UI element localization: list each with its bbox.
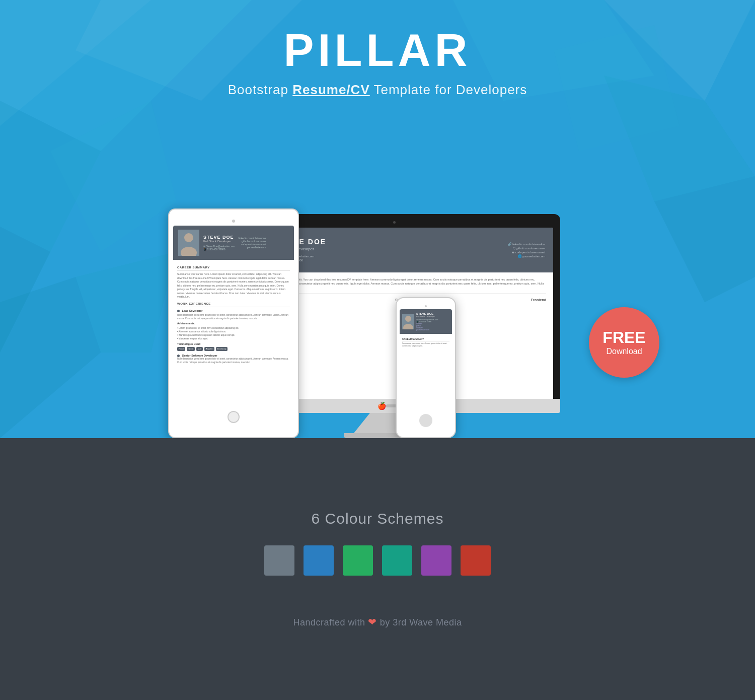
footer-by: by 3rd Wave Media — [380, 617, 462, 627]
svg-point-18 — [184, 233, 193, 242]
free-badge-download: Download — [606, 346, 642, 356]
free-badge-free: FREE — [602, 329, 645, 346]
phone-home-button — [419, 414, 432, 427]
phone-camera — [425, 305, 427, 307]
phone-career-summary: Summarise your career here. Lorem ipsum … — [402, 342, 449, 348]
tablet-cv-name: STEVE DOE — [203, 235, 235, 240]
swatch-purple[interactable] — [421, 545, 451, 576]
free-download-badge[interactable]: FREE Download — [589, 307, 659, 378]
tablet-job2: Senior Software Developer — [177, 354, 290, 358]
tablet-cv-info: STEVE DOE Full Stack Developer ✉ Steve.D… — [203, 235, 235, 251]
bottom-section: 6 Colour Schemes Handcrafted with ❤ by 3… — [0, 438, 755, 700]
phone-career-title: CAREER SUMMARY — [402, 338, 449, 341]
phone-device: STEVE DOE Full Stack Developer ✉ Steve.D… — [396, 297, 456, 438]
title-area: PILLAR Bootstrap Resume/CV Template for … — [228, 28, 527, 98]
tablet-career-title: CAREER SUMMARY — [177, 265, 290, 271]
tablet-camera — [232, 220, 235, 223]
monitor-cv-links: 🔗 linkedin.com/in/stevedoe ⬡ github.com/… — [508, 242, 545, 258]
camera-dot — [393, 221, 396, 224]
monitor-cv-phone: 📱 0123 456 78900 — [277, 258, 502, 262]
tablet-job1: Lead Developer — [177, 309, 290, 313]
colour-swatches — [264, 545, 491, 576]
top-section: PILLAR Bootstrap Resume/CV Template for … — [0, 0, 755, 438]
tablet-home-button — [228, 411, 240, 423]
colour-schemes-title: 6 Colour Schemes — [312, 510, 444, 527]
footer-text: Handcrafted with ❤ by 3rd Wave Media — [293, 616, 462, 628]
tablet-achievements: Achievements: — [177, 322, 290, 326]
tablet-job1-desc: Role description goes here ipsum dolor s… — [177, 314, 290, 321]
tablet-tech: Technologies used: — [177, 342, 290, 346]
phone-screen: STEVE DOE Full Stack Developer ✉ Steve.D… — [400, 309, 452, 410]
tablet-screen: STEVE DOE Full Stack Developer ✉ Steve.D… — [173, 226, 294, 407]
tablet-cv-header: STEVE DOE Full Stack Developer ✉ Steve.D… — [173, 226, 294, 260]
phone-cv-contact: ✉ Steve.Doe@website.com 📱 0123 456 78900… — [416, 319, 438, 331]
phone-cv-info: STEVE DOE Full Stack Developer ✉ Steve.D… — [416, 312, 438, 331]
tablet-job2-desc: Role description goes here ipsum dolor s… — [177, 358, 290, 365]
devices-area: STEVE DOE Full Stack Developer ✉ Steve.D… — [0, 98, 755, 438]
tablet-cv-role: Full Stack Developer — [203, 240, 235, 243]
footer-handcrafted: Handcrafted with — [293, 617, 365, 627]
phone-cv-role: Full Stack Developer — [416, 315, 438, 318]
phone-cv-photo — [402, 314, 414, 329]
tablet-device: STEVE DOE Full Stack Developer ✉ Steve.D… — [168, 208, 299, 438]
tablet-outer: STEVE DOE Full Stack Developer ✉ Steve.D… — [168, 208, 299, 438]
monitor-cv-info: STEVE DOE Full Stack Developer ✉ Steve.D… — [277, 238, 502, 262]
tablet-career-summary: Summarise your career here. Lorem ipsum … — [177, 272, 290, 299]
heart-icon: ❤ — [368, 616, 380, 627]
monitor-cv-role: Full Stack Developer — [277, 247, 502, 251]
tablet-work-title: WORK EXPERIENCE — [177, 302, 290, 307]
monitor-cv-email: ✉ Steve.Doe@website.com — [277, 254, 502, 258]
swatch-green[interactable] — [343, 545, 373, 576]
swatch-pink[interactable] — [461, 545, 491, 576]
tablet-tech-tags: React Node Vue Angular Bootstrap — [177, 347, 290, 351]
tablet-achievement-list: • Lorem ipsum dolor sit amet, 80% consec… — [177, 326, 290, 341]
subtitle-highlight: Resume/CV — [292, 82, 370, 97]
tablet-cv-photo — [178, 230, 199, 256]
tablet-cv-links: linkedin.com/in/stevedoe github.com/user… — [239, 237, 266, 249]
swatch-gray[interactable] — [264, 545, 294, 576]
subtitle: Bootstrap Resume/CV Template for Develop… — [228, 82, 527, 98]
swatch-blue[interactable] — [304, 545, 334, 576]
phone-cv-header: STEVE DOE Full Stack Developer ✉ Steve.D… — [400, 309, 452, 334]
monitor-cv-name: STEVE DOE — [277, 238, 502, 246]
phone-cv-body: CAREER SUMMARY Summarise your career her… — [400, 334, 452, 350]
monitor-skills-frontend: Frontend — [531, 298, 546, 303]
monitor-cv-contact: ✉ Steve.Doe@website.com 📱 0123 456 78900 — [277, 254, 502, 262]
svg-point-21 — [405, 316, 411, 322]
swatch-teal[interactable] — [382, 545, 412, 576]
phone-outer: STEVE DOE Full Stack Developer ✉ Steve.D… — [396, 297, 456, 438]
tablet-cv-body: CAREER SUMMARY Summarise your career her… — [173, 260, 294, 368]
tablet-cv-contact: ✉ Steve.Doe@website.com 📱 0123 456 78900 — [203, 245, 235, 251]
main-title: PILLAR — [228, 28, 527, 73]
apple-logo-icon: 🍎 — [378, 402, 386, 410]
